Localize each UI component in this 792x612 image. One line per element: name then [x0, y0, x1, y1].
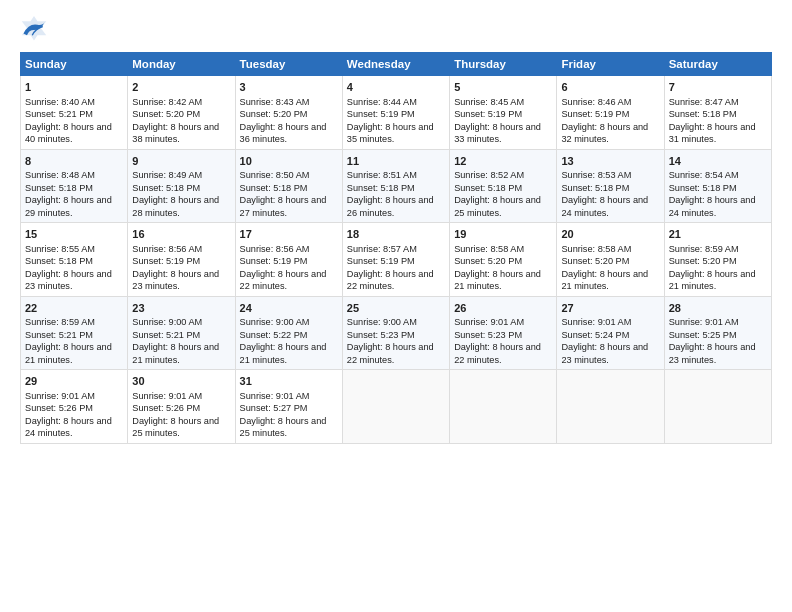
sunrise: Sunrise: 8:44 AM [347, 97, 417, 107]
day-number: 19 [454, 227, 552, 242]
calendar-cell: 25Sunrise: 9:00 AMSunset: 5:23 PMDayligh… [342, 296, 449, 370]
sunrise: Sunrise: 9:00 AM [132, 317, 202, 327]
sunset: Sunset: 5:27 PM [240, 403, 308, 413]
calendar-cell: 5Sunrise: 8:45 AMSunset: 5:19 PMDaylight… [450, 76, 557, 150]
sunset: Sunset: 5:20 PM [669, 256, 737, 266]
daylight: Daylight: 8 hours and 24 minutes. [669, 195, 756, 217]
calendar-cell: 2Sunrise: 8:42 AMSunset: 5:20 PMDaylight… [128, 76, 235, 150]
sunrise: Sunrise: 8:58 AM [561, 244, 631, 254]
day-number: 13 [561, 154, 659, 169]
calendar-week: 8Sunrise: 8:48 AMSunset: 5:18 PMDaylight… [21, 149, 772, 223]
day-number: 3 [240, 80, 338, 95]
daylight: Daylight: 8 hours and 38 minutes. [132, 122, 219, 144]
calendar-week: 22Sunrise: 8:59 AMSunset: 5:21 PMDayligh… [21, 296, 772, 370]
day-number: 24 [240, 301, 338, 316]
calendar-cell: 16Sunrise: 8:56 AMSunset: 5:19 PMDayligh… [128, 223, 235, 297]
sunset: Sunset: 5:21 PM [25, 109, 93, 119]
sunset: Sunset: 5:26 PM [132, 403, 200, 413]
calendar-cell: 20Sunrise: 8:58 AMSunset: 5:20 PMDayligh… [557, 223, 664, 297]
daylight: Daylight: 8 hours and 36 minutes. [240, 122, 327, 144]
sunset: Sunset: 5:19 PM [132, 256, 200, 266]
sunset: Sunset: 5:21 PM [25, 330, 93, 340]
sunset: Sunset: 5:18 PM [25, 256, 93, 266]
calendar-cell: 24Sunrise: 9:00 AMSunset: 5:22 PMDayligh… [235, 296, 342, 370]
day-number: 20 [561, 227, 659, 242]
daylight: Daylight: 8 hours and 33 minutes. [454, 122, 541, 144]
day-number: 5 [454, 80, 552, 95]
day-number: 1 [25, 80, 123, 95]
calendar-cell: 31Sunrise: 9:01 AMSunset: 5:27 PMDayligh… [235, 370, 342, 444]
weekday-header: Thursday [450, 53, 557, 76]
sunrise: Sunrise: 8:56 AM [240, 244, 310, 254]
calendar-cell: 12Sunrise: 8:52 AMSunset: 5:18 PMDayligh… [450, 149, 557, 223]
day-number: 15 [25, 227, 123, 242]
daylight: Daylight: 8 hours and 24 minutes. [25, 416, 112, 438]
sunrise: Sunrise: 9:01 AM [25, 391, 95, 401]
calendar-table: SundayMondayTuesdayWednesdayThursdayFrid… [20, 52, 772, 444]
day-number: 10 [240, 154, 338, 169]
sunrise: Sunrise: 8:52 AM [454, 170, 524, 180]
calendar-cell: 8Sunrise: 8:48 AMSunset: 5:18 PMDaylight… [21, 149, 128, 223]
daylight: Daylight: 8 hours and 32 minutes. [561, 122, 648, 144]
daylight: Daylight: 8 hours and 22 minutes. [347, 269, 434, 291]
sunset: Sunset: 5:19 PM [454, 109, 522, 119]
calendar-cell: 14Sunrise: 8:54 AMSunset: 5:18 PMDayligh… [664, 149, 771, 223]
sunset: Sunset: 5:19 PM [240, 256, 308, 266]
sunrise: Sunrise: 8:57 AM [347, 244, 417, 254]
calendar-cell: 23Sunrise: 9:00 AMSunset: 5:21 PMDayligh… [128, 296, 235, 370]
daylight: Daylight: 8 hours and 35 minutes. [347, 122, 434, 144]
calendar-cell: 21Sunrise: 8:59 AMSunset: 5:20 PMDayligh… [664, 223, 771, 297]
calendar-week: 29Sunrise: 9:01 AMSunset: 5:26 PMDayligh… [21, 370, 772, 444]
sunset: Sunset: 5:19 PM [347, 109, 415, 119]
daylight: Daylight: 8 hours and 21 minutes. [669, 269, 756, 291]
calendar-cell: 26Sunrise: 9:01 AMSunset: 5:23 PMDayligh… [450, 296, 557, 370]
sunrise: Sunrise: 9:01 AM [561, 317, 631, 327]
sunset: Sunset: 5:18 PM [669, 109, 737, 119]
calendar-cell: 3Sunrise: 8:43 AMSunset: 5:20 PMDaylight… [235, 76, 342, 150]
day-number: 27 [561, 301, 659, 316]
sunset: Sunset: 5:22 PM [240, 330, 308, 340]
logo-icon [20, 16, 48, 44]
sunset: Sunset: 5:18 PM [240, 183, 308, 193]
day-number: 11 [347, 154, 445, 169]
sunset: Sunset: 5:18 PM [561, 183, 629, 193]
day-number: 23 [132, 301, 230, 316]
weekday-header: Saturday [664, 53, 771, 76]
sunrise: Sunrise: 8:53 AM [561, 170, 631, 180]
calendar-cell: 6Sunrise: 8:46 AMSunset: 5:19 PMDaylight… [557, 76, 664, 150]
daylight: Daylight: 8 hours and 24 minutes. [561, 195, 648, 217]
daylight: Daylight: 8 hours and 21 minutes. [25, 342, 112, 364]
daylight: Daylight: 8 hours and 21 minutes. [454, 269, 541, 291]
day-number: 8 [25, 154, 123, 169]
sunset: Sunset: 5:20 PM [561, 256, 629, 266]
calendar-cell: 15Sunrise: 8:55 AMSunset: 5:18 PMDayligh… [21, 223, 128, 297]
day-number: 16 [132, 227, 230, 242]
sunset: Sunset: 5:18 PM [669, 183, 737, 193]
sunrise: Sunrise: 8:46 AM [561, 97, 631, 107]
sunrise: Sunrise: 8:55 AM [25, 244, 95, 254]
daylight: Daylight: 8 hours and 25 minutes. [132, 416, 219, 438]
calendar-cell [450, 370, 557, 444]
sunset: Sunset: 5:20 PM [454, 256, 522, 266]
sunset: Sunset: 5:20 PM [240, 109, 308, 119]
daylight: Daylight: 8 hours and 21 minutes. [240, 342, 327, 364]
day-number: 25 [347, 301, 445, 316]
sunrise: Sunrise: 9:01 AM [132, 391, 202, 401]
sunrise: Sunrise: 8:59 AM [25, 317, 95, 327]
weekday-header: Sunday [21, 53, 128, 76]
sunrise: Sunrise: 9:01 AM [240, 391, 310, 401]
day-number: 21 [669, 227, 767, 242]
calendar-cell: 1Sunrise: 8:40 AMSunset: 5:21 PMDaylight… [21, 76, 128, 150]
daylight: Daylight: 8 hours and 26 minutes. [347, 195, 434, 217]
weekday-header: Wednesday [342, 53, 449, 76]
daylight: Daylight: 8 hours and 28 minutes. [132, 195, 219, 217]
calendar-cell: 9Sunrise: 8:49 AMSunset: 5:18 PMDaylight… [128, 149, 235, 223]
calendar-cell: 10Sunrise: 8:50 AMSunset: 5:18 PMDayligh… [235, 149, 342, 223]
sunrise: Sunrise: 8:54 AM [669, 170, 739, 180]
day-number: 22 [25, 301, 123, 316]
daylight: Daylight: 8 hours and 22 minutes. [240, 269, 327, 291]
sunset: Sunset: 5:19 PM [561, 109, 629, 119]
day-number: 2 [132, 80, 230, 95]
daylight: Daylight: 8 hours and 22 minutes. [347, 342, 434, 364]
calendar-cell: 29Sunrise: 9:01 AMSunset: 5:26 PMDayligh… [21, 370, 128, 444]
